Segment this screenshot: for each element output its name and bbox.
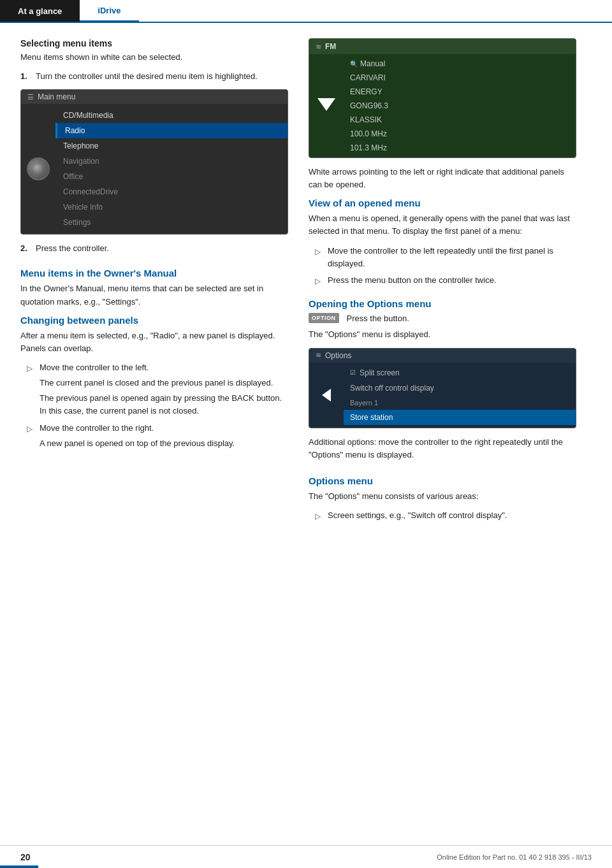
menu-item-radio[interactable]: Radio <box>55 123 288 138</box>
options-screen-title: Options <box>325 351 351 360</box>
options-menu-info-section: Options menu The "Options" menu consists… <box>309 475 576 523</box>
selecting-menu-intro: Menu items shown in white can be selecte… <box>20 51 288 64</box>
fm-screen: ≋ FM 🔍 Manual CARIVARI ENERGY GONG96.3 K… <box>309 38 576 158</box>
fm-list: 🔍 Manual CARIVARI ENERGY GONG96.3 KLASSI… <box>344 54 576 157</box>
fm-item-100mhz[interactable]: 100.0 MHz <box>344 127 576 141</box>
step1: 1. Turn the controller until the desired… <box>20 70 288 83</box>
bullet-move-right: ▷ Move the controller to the right. A ne… <box>20 422 288 450</box>
bullet-arrow-2: ▷ <box>27 423 34 450</box>
fm-header: ≋ FM <box>309 39 576 54</box>
options-displayed-text: The "Options" menu is displayed. <box>309 328 576 341</box>
fm-left-arrow <box>309 54 344 157</box>
tab-at-a-glance[interactable]: At a glance <box>0 0 80 22</box>
additional-options-text: Additional options: move the controller … <box>309 436 576 461</box>
options-screen: ≋ Options ☑ Split screen Switch off cont… <box>309 348 576 428</box>
owners-manual-text: In the Owner's Manual, menu items that c… <box>20 282 288 308</box>
split-check-icon: ☑ <box>350 369 356 376</box>
bullet-opened-text-2: Press the menu button on the controller … <box>328 274 576 287</box>
selecting-menu-title: Selecting menu items <box>20 38 288 48</box>
main-content: Selecting menu items Menu items shown in… <box>0 23 612 526</box>
options-item-split[interactable]: ☑ Split screen <box>344 365 576 380</box>
options-body: ☑ Split screen Switch off control displa… <box>309 363 576 428</box>
fm-item-energy[interactable]: ENERGY <box>344 85 576 99</box>
knob-inner <box>33 164 43 174</box>
fm-arrow-area <box>317 98 335 113</box>
options-item-store[interactable]: Store station <box>344 410 576 425</box>
options-menu-info-title: Options menu <box>309 475 576 486</box>
menu-item-telephone[interactable]: Telephone <box>55 138 288 154</box>
options-item-bayern[interactable]: Bayern 1 <box>344 396 576 410</box>
options-item-switchoff[interactable]: Switch off control display <box>344 380 576 396</box>
bullet-arrow-1: ▷ <box>27 363 34 418</box>
screen-header: ☰ Main menu <box>21 90 288 104</box>
opened-menu-section: View of an opened menu When a menu is op… <box>309 198 576 287</box>
options-item-store-label: Store station <box>350 413 393 422</box>
changing-panels-section: Changing between panels After a menu ite… <box>20 315 288 450</box>
press-text: Press the button. <box>347 314 409 323</box>
menu-item-vehicleinfo[interactable]: Vehicle Info <box>55 199 288 215</box>
options-press-row: OPTION Press the button. <box>309 313 576 323</box>
page-number: 20 <box>20 852 31 862</box>
options-menu-title: Opening the Options menu <box>309 298 576 309</box>
options-item-switchoff-label: Switch off control display <box>350 384 434 393</box>
fm-item-gong[interactable]: GONG96.3 <box>344 99 576 113</box>
owners-manual-section: Menu items in the Owner's Manual In the … <box>20 268 288 308</box>
fm-body: 🔍 Manual CARIVARI ENERGY GONG96.3 KLASSI… <box>309 54 576 157</box>
bullet-opened-1: ▷ Move the controller to the left repeat… <box>309 245 576 270</box>
fm-down-arrow <box>317 98 335 111</box>
options-bullet-text: Screen settings, e.g., "Switch off contr… <box>328 509 576 523</box>
options-menu-section: Opening the Options menu OPTION Press th… <box>309 298 576 461</box>
menu-item-settings[interactable]: Settings <box>55 215 288 230</box>
step2: 2. Press the controller. <box>20 242 288 255</box>
fm-item-101mhz[interactable]: 101.3 MHz <box>344 141 576 155</box>
option-button[interactable]: OPTION <box>309 313 339 323</box>
opened-menu-title: View of an opened menu <box>309 198 576 208</box>
screen-header-icon: ☰ <box>27 93 34 101</box>
main-menu-screen: ☰ Main menu CD/Multimedia Radio Telephon… <box>20 89 288 235</box>
fm-item-carivari[interactable]: CARIVARI <box>344 71 576 85</box>
opened-menu-text: When a menu is opened, it generally open… <box>309 212 576 238</box>
options-list: ☑ Split screen Switch off control displa… <box>344 363 576 428</box>
controller-knob <box>27 157 50 180</box>
bullet-move-left-text: Move the controller to the left. The cur… <box>40 361 288 418</box>
fm-item-klassik[interactable]: KLASSIK <box>344 113 576 127</box>
fm-icon: ≋ <box>316 43 321 51</box>
footer-accent-bar <box>0 865 38 868</box>
page-footer: 20 Online Edition for Part no. 01 40 2 9… <box>0 845 612 868</box>
menu-item-connecteddrive[interactable]: ConnectedDrive <box>55 184 288 199</box>
menu-item-navigation[interactable]: Navigation <box>55 154 288 169</box>
bullet-move-left: ▷ Move the controller to the left. The c… <box>20 361 288 418</box>
fm-caption: White arrows pointing to the left or rig… <box>309 166 576 191</box>
bullet-move-right-text: Move the controller to the right. A new … <box>40 422 288 450</box>
menu-item-office[interactable]: Office <box>55 169 288 184</box>
bullet-opened-2: ▷ Press the menu button on the controlle… <box>309 274 576 287</box>
changing-panels-intro: After a menu item is selected, e.g., "Ra… <box>20 329 288 355</box>
menu-list: CD/Multimedia Radio Telephone Navigation… <box>55 104 288 234</box>
menu-item-cdmultimedia[interactable]: CD/Multimedia <box>55 108 288 123</box>
screen-body: CD/Multimedia Radio Telephone Navigation… <box>21 104 288 234</box>
edition-text: Online Edition for Part no. 01 40 2 918 … <box>437 853 592 861</box>
options-bullet-arrow: ▷ <box>315 510 323 523</box>
options-arrow <box>322 389 331 401</box>
tab-idrive[interactable]: iDrive <box>80 0 138 22</box>
options-bullet-1: ▷ Screen settings, e.g., "Switch off con… <box>309 509 576 523</box>
right-column: ≋ FM 🔍 Manual CARIVARI ENERGY GONG96.3 K… <box>309 38 576 526</box>
controller-knob-area <box>21 104 55 234</box>
bullet-opened-arrow-1: ▷ <box>315 246 323 270</box>
bullet-opened-text-1: Move the controller to the left repeated… <box>328 245 576 270</box>
changing-panels-title: Changing between panels <box>20 315 288 326</box>
step2-text: Press the controller. <box>36 242 109 255</box>
step2-num: 2. <box>20 242 31 255</box>
options-left-arrow <box>309 363 344 428</box>
options-screen-icon: ≋ <box>316 351 321 359</box>
options-menu-info-text: The "Options" menu consists of various a… <box>309 490 576 503</box>
step1-text: Turn the controller until the desired me… <box>36 70 258 83</box>
page-header: At a glance iDrive <box>0 0 612 23</box>
options-item-split-label: Split screen <box>360 368 400 377</box>
selecting-menu-section: Selecting menu items Menu items shown in… <box>20 38 288 255</box>
step1-num: 1. <box>20 70 31 83</box>
owners-manual-title: Menu items in the Owner's Manual <box>20 268 288 278</box>
fm-item-manual[interactable]: 🔍 Manual <box>344 57 576 71</box>
bullet-opened-arrow-2: ▷ <box>315 275 323 287</box>
fm-title: FM <box>325 42 336 51</box>
